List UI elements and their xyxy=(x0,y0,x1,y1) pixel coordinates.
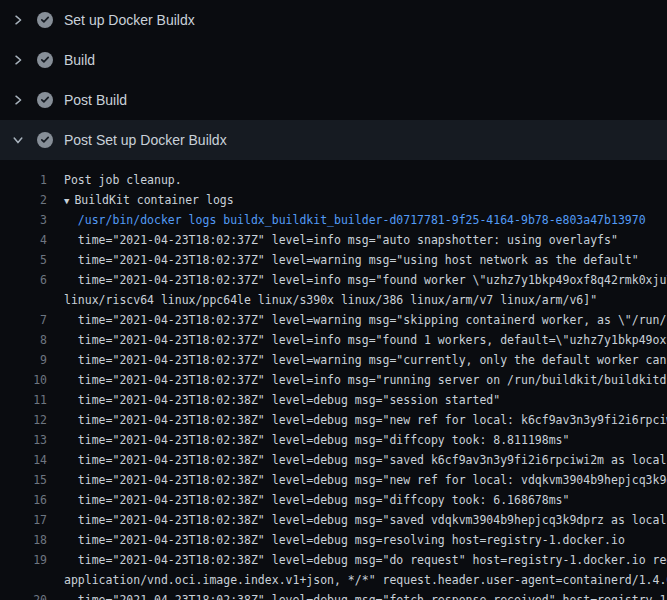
log-line-content: time="2021-04-23T18:02:37Z" level=warnin… xyxy=(47,250,639,270)
log-line: 16 time="2021-04-23T18:02:38Z" level=deb… xyxy=(0,490,667,510)
log-line-number[interactable]: 13 xyxy=(0,430,47,450)
log-line: 13 time="2021-04-23T18:02:38Z" level=deb… xyxy=(0,430,667,450)
steps-list: Set up Docker Buildx Build Post Buil xyxy=(0,0,667,160)
check-circle-icon xyxy=(37,52,53,68)
log-line: 3 /usr/bin/docker logs buildx_buildkit_b… xyxy=(0,210,667,230)
log-line-content: time="2021-04-23T18:02:37Z" level=info m… xyxy=(47,330,667,350)
log-line: 15 time="2021-04-23T18:02:38Z" level=deb… xyxy=(0,470,667,490)
log-line: 6 time="2021-04-23T18:02:37Z" level=info… xyxy=(0,270,667,290)
log-line-content: linux/riscv64 linux/ppc64le linux/s390x … xyxy=(47,290,597,310)
log-line-text: time="2021-04-23T18:02:37Z" level=warnin… xyxy=(64,313,667,327)
log-line-text: time="2021-04-23T18:02:38Z" level=debug … xyxy=(64,393,500,407)
log-line-text: time="2021-04-23T18:02:37Z" level=info m… xyxy=(64,333,667,347)
log-line-number[interactable]: 14 xyxy=(0,450,47,470)
log-line-content: time="2021-04-23T18:02:38Z" level=debug … xyxy=(47,490,569,510)
log-line: 2 ▼BuildKit container logs xyxy=(0,190,667,210)
log-line-number[interactable] xyxy=(0,290,47,310)
log-line-text: time="2021-04-23T18:02:38Z" level=debug … xyxy=(64,553,667,567)
check-circle-icon xyxy=(37,132,53,148)
log-line-text: Post job cleanup. xyxy=(64,173,182,187)
log-line-number[interactable]: 5 xyxy=(0,250,47,270)
log-line-number[interactable]: 7 xyxy=(0,310,47,330)
log-line: 12 time="2021-04-23T18:02:38Z" level=deb… xyxy=(0,410,667,430)
log-line-content: ▼BuildKit container logs xyxy=(47,190,234,210)
log-line-text: time="2021-04-23T18:02:38Z" level=debug … xyxy=(64,453,667,467)
log-line-number[interactable]: 8 xyxy=(0,330,47,350)
log-line-content: time="2021-04-23T18:02:38Z" level=debug … xyxy=(47,470,667,490)
log-line-text: linux/riscv64 linux/ppc64le linux/s390x … xyxy=(64,293,597,307)
log-line-content: time="2021-04-23T18:02:38Z" level=debug … xyxy=(47,590,667,600)
log-line-number[interactable]: 10 xyxy=(0,370,47,390)
log-line: 4 time="2021-04-23T18:02:37Z" level=info… xyxy=(0,230,667,250)
log-line-number[interactable]: 3 xyxy=(0,210,47,230)
log-line-number[interactable]: 12 xyxy=(0,410,47,430)
step-header[interactable]: Post Set up Docker Buildx xyxy=(0,120,667,160)
log-line-number[interactable]: 6 xyxy=(0,270,47,290)
log-line: application/vnd.oci.image.index.v1+json,… xyxy=(0,570,667,590)
step-header[interactable]: Post Build xyxy=(0,80,667,120)
log-line-content: time="2021-04-23T18:02:38Z" level=debug … xyxy=(47,530,625,550)
log-line-number[interactable]: 4 xyxy=(0,230,47,250)
log-line-text: time="2021-04-23T18:02:37Z" level=warnin… xyxy=(64,353,667,367)
log-line-number[interactable]: 9 xyxy=(0,350,47,370)
log-line-text: time="2021-04-23T18:02:38Z" level=debug … xyxy=(64,493,569,507)
log-line: 1 Post job cleanup. xyxy=(0,170,667,190)
log-line-number[interactable]: 2 xyxy=(0,190,47,210)
log-line-number[interactable]: 19 xyxy=(0,550,47,570)
log-line-text: BuildKit container logs xyxy=(74,193,233,207)
log-line-content: time="2021-04-23T18:02:38Z" level=debug … xyxy=(47,510,667,530)
step-title: Post Set up Docker Buildx xyxy=(64,132,227,148)
chevron-down-icon xyxy=(12,134,28,146)
log-line-content: time="2021-04-23T18:02:38Z" level=debug … xyxy=(47,550,667,570)
log-line-text: time="2021-04-23T18:02:38Z" level=debug … xyxy=(64,473,667,487)
log-line-number[interactable]: 18 xyxy=(0,530,47,550)
log-line-text: time="2021-04-23T18:02:38Z" level=debug … xyxy=(64,433,569,447)
check-circle-icon xyxy=(37,12,53,28)
log-line-text: time="2021-04-23T18:02:38Z" level=debug … xyxy=(64,593,667,600)
log-line: 20 time="2021-04-23T18:02:38Z" level=deb… xyxy=(0,590,667,600)
log-line-content: application/vnd.oci.image.index.v1+json,… xyxy=(47,570,667,590)
log-line: 14 time="2021-04-23T18:02:38Z" level=deb… xyxy=(0,450,667,470)
log-line-content: time="2021-04-23T18:02:37Z" level=info m… xyxy=(47,370,667,390)
step-header[interactable]: Set up Docker Buildx xyxy=(0,0,667,40)
log-line-text: time="2021-04-23T18:02:38Z" level=debug … xyxy=(64,533,625,547)
log-line-content: Post job cleanup. xyxy=(47,170,182,190)
log-line-content: time="2021-04-23T18:02:37Z" level=info m… xyxy=(47,230,618,250)
log-line: 17 time="2021-04-23T18:02:38Z" level=deb… xyxy=(0,510,667,530)
log-line-text: /usr/bin/docker logs buildx_buildkit_bui… xyxy=(64,213,646,227)
log-line: 19 time="2021-04-23T18:02:38Z" level=deb… xyxy=(0,550,667,570)
log-line-number[interactable]: 1 xyxy=(0,170,47,190)
step-title: Build xyxy=(64,52,95,68)
log-line-text: time="2021-04-23T18:02:37Z" level=info m… xyxy=(64,273,667,287)
chevron-right-icon xyxy=(12,94,28,106)
log-line-text: time="2021-04-23T18:02:37Z" level=info m… xyxy=(64,233,618,247)
log-line: 5 time="2021-04-23T18:02:37Z" level=warn… xyxy=(0,250,667,270)
log-line-content: time="2021-04-23T18:02:37Z" level=warnin… xyxy=(47,310,667,330)
log-line-number[interactable]: 17 xyxy=(0,510,47,530)
log-line-text: application/vnd.oci.image.index.v1+json,… xyxy=(64,573,667,587)
log-line-number[interactable]: 11 xyxy=(0,390,47,410)
log-line-number[interactable]: 15 xyxy=(0,470,47,490)
log-line: 7 time="2021-04-23T18:02:37Z" level=warn… xyxy=(0,310,667,330)
log-line-content: time="2021-04-23T18:02:37Z" level=info m… xyxy=(47,270,667,290)
log-lines: 1 Post job cleanup. 2 ▼BuildKit containe… xyxy=(0,160,667,600)
log-line-content: /usr/bin/docker logs buildx_buildkit_bui… xyxy=(47,210,646,230)
chevron-right-icon xyxy=(12,54,28,66)
log-line: 18 time="2021-04-23T18:02:38Z" level=deb… xyxy=(0,530,667,550)
log-line-number[interactable] xyxy=(0,570,47,590)
log-line: 11 time="2021-04-23T18:02:38Z" level=deb… xyxy=(0,390,667,410)
log-line: 8 time="2021-04-23T18:02:37Z" level=info… xyxy=(0,330,667,350)
group-collapse-icon[interactable]: ▼ xyxy=(64,196,69,206)
actions-log-viewer: { "colors": { "bg": "#0a0c10", "header_b… xyxy=(0,0,667,600)
log-line: 10 time="2021-04-23T18:02:37Z" level=inf… xyxy=(0,370,667,390)
step-title: Post Build xyxy=(64,92,127,108)
check-circle-icon xyxy=(37,92,53,108)
log-line-number[interactable]: 20 xyxy=(0,590,47,600)
step-header[interactable]: Build xyxy=(0,40,667,80)
log-line-content: time="2021-04-23T18:02:38Z" level=debug … xyxy=(47,430,569,450)
log-line-number[interactable]: 16 xyxy=(0,490,47,510)
log-line-text: time="2021-04-23T18:02:37Z" level=warnin… xyxy=(64,253,639,267)
log-line-text: time="2021-04-23T18:02:38Z" level=debug … xyxy=(64,413,667,427)
chevron-right-icon xyxy=(12,14,28,26)
log-line-content: time="2021-04-23T18:02:38Z" level=debug … xyxy=(47,450,667,470)
